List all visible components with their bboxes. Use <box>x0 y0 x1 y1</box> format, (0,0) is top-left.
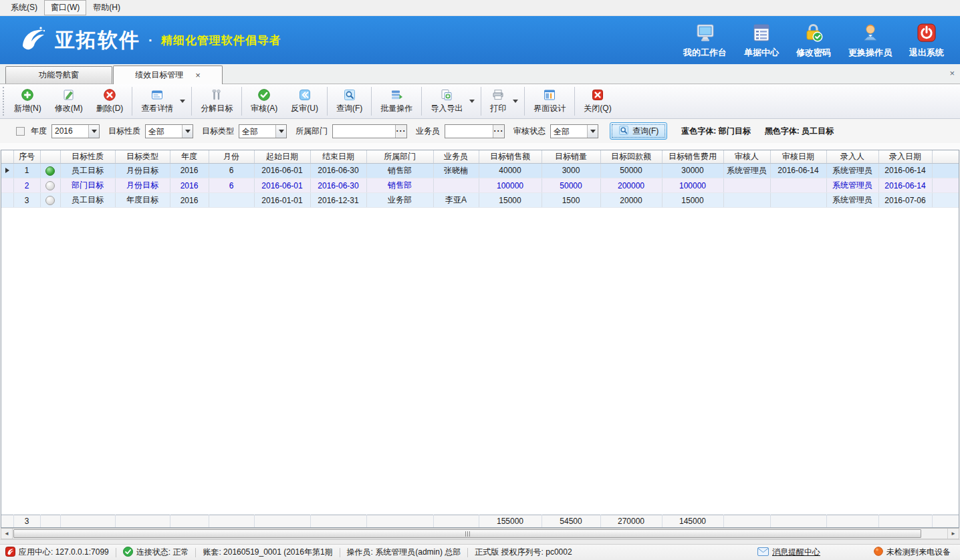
batch-operation-button[interactable]: 批量操作 <box>374 84 419 118</box>
ellipsis-lookup-icon[interactable]: ··· <box>493 125 504 138</box>
column-header-start[interactable]: 起始日期 <box>254 150 310 163</box>
batch-operation-icon <box>390 88 403 102</box>
brand-separator: · <box>148 33 153 48</box>
change-password-button[interactable]: 修改密码 <box>796 22 831 59</box>
close-button[interactable]: 关闭(Q) <box>577 84 618 118</box>
audit-status-label: 审核状态 <box>513 126 546 137</box>
tabstrip-close-icon[interactable]: × <box>949 68 955 78</box>
chevron-down-icon[interactable] <box>513 100 518 103</box>
print-icon <box>491 88 505 102</box>
dept-input[interactable]: ··· <box>332 124 407 138</box>
tab-close-icon[interactable]: × <box>195 71 201 80</box>
switch-operator-button[interactable]: 更换操作员 <box>848 22 892 59</box>
type-select[interactable]: 全部 <box>239 124 287 138</box>
switch-operator-user-icon <box>860 22 881 45</box>
toolbar-separator <box>574 87 575 116</box>
nature-select[interactable]: 全部 <box>145 124 193 138</box>
decompose-target-icon <box>210 88 223 102</box>
toolbar-separator <box>132 87 132 116</box>
chevron-down-icon[interactable] <box>180 100 185 103</box>
grid-summary-row: 315500054500270000145000 <box>1 515 959 528</box>
scrollbar-thumb[interactable] <box>13 529 921 538</box>
salesman-label: 业务员 <box>416 126 440 137</box>
orange-dot-icon <box>874 547 883 558</box>
delete-button[interactable]: 删除(D) <box>90 84 130 118</box>
column-header-nature[interactable]: 目标性质 <box>60 150 115 163</box>
menu-system[interactable]: 系统(S) <box>4 0 44 15</box>
legend-emp-target: 黑色字体: 员工目标 <box>765 126 834 137</box>
column-header-marker[interactable] <box>1 150 13 163</box>
column-header-auditor[interactable]: 审核人 <box>723 150 770 163</box>
toolbar-separator <box>481 87 481 116</box>
scroll-left-arrow-icon[interactable]: ◄ <box>1 529 13 539</box>
column-header-status[interactable] <box>40 150 60 163</box>
print-button[interactable]: 打印 <box>483 86 513 116</box>
close-icon <box>591 88 604 102</box>
column-header-audit_date[interactable]: 审核日期 <box>770 150 826 163</box>
exit-power-icon <box>916 22 937 45</box>
status-circle-icon <box>45 181 55 190</box>
grid-header: 序号目标性质目标类型年度月份起始日期结束日期所属部门业务员目标销售额目标销量目标… <box>1 150 959 164</box>
tab-function-nav[interactable]: 功能导航窗 <box>5 66 112 84</box>
menu-help[interactable]: 帮助(H) <box>86 0 127 15</box>
column-header-creator[interactable]: 录入人 <box>826 150 878 163</box>
query-button[interactable]: 查询(F) <box>330 84 369 118</box>
chevron-down-icon[interactable] <box>275 125 286 138</box>
import-export-button[interactable]: 导入导出 <box>424 86 469 116</box>
column-header-dept[interactable]: 所属部门 <box>366 150 433 163</box>
column-header-create_date[interactable]: 录入日期 <box>878 150 932 163</box>
ellipsis-lookup-icon[interactable]: ··· <box>395 125 406 138</box>
unaudit-button[interactable]: 反审(U) <box>284 84 325 118</box>
message-center-link[interactable]: 消息提醒中心 <box>757 547 820 558</box>
table-row[interactable]: 2部门目标月份目标201662016-06-012016-06-30销售部100… <box>1 178 959 193</box>
resize-gutter <box>0 539 960 544</box>
column-header-year[interactable]: 年度 <box>170 150 209 163</box>
column-header-type[interactable]: 目标类型 <box>115 150 170 163</box>
view-detail-button[interactable]: 查看详情 <box>134 86 180 116</box>
workbench-monitor-icon <box>695 22 716 45</box>
statusbar-separator <box>116 548 116 557</box>
document-center-icon <box>751 22 772 45</box>
ui-design-button[interactable]: 界面设计 <box>527 84 572 118</box>
table-row[interactable]: 1员工目标月份目标201662016-06-012016-06-30销售部张晓楠… <box>1 164 959 178</box>
column-header-expense[interactable]: 目标销售费用 <box>662 150 723 163</box>
column-header-end[interactable]: 结束日期 <box>310 150 366 163</box>
chevron-down-icon[interactable] <box>587 125 598 138</box>
unaudit-icon <box>298 88 312 102</box>
salesman-input[interactable]: ··· <box>445 124 505 138</box>
toolbar-separator <box>327 87 328 116</box>
brand-name: 亚拓软件 <box>55 27 140 54</box>
edit-button[interactable]: 修改(M) <box>48 84 90 118</box>
horizontal-scrollbar[interactable]: ◄ ► <box>1 528 959 539</box>
column-header-payback[interactable]: 目标回款额 <box>600 150 662 163</box>
table-row[interactable]: 3员工目标年度目标20162016-01-012016-12-31业务部李亚A1… <box>1 193 959 208</box>
chevron-down-icon[interactable] <box>182 125 193 138</box>
column-header-qty[interactable]: 目标销量 <box>542 150 600 163</box>
column-header-salesman[interactable]: 业务员 <box>433 150 479 163</box>
column-header-filler[interactable] <box>932 150 959 163</box>
scroll-right-arrow-icon[interactable]: ► <box>947 529 959 539</box>
column-header-sales[interactable]: 目标销售额 <box>479 150 542 163</box>
document-center-button[interactable]: 单据中心 <box>744 22 779 59</box>
exit-system-button[interactable]: 退出系统 <box>909 22 944 59</box>
dept-label: 所属部门 <box>295 126 328 137</box>
app-center-status: 应用中心: 127.0.0.1:7099 <box>5 547 109 559</box>
statusbar-separator <box>467 548 468 557</box>
decompose-target-button[interactable]: 分解目标 <box>194 84 239 118</box>
scrollbar-track[interactable] <box>13 529 947 539</box>
menu-window[interactable]: 窗口(W) <box>44 0 86 15</box>
filter-bar: 年度 2016 目标性质 全部 目标类型 全部 所属部门 ··· 业务员 ···… <box>0 119 960 143</box>
year-checkbox[interactable] <box>16 127 25 136</box>
filter-query-button[interactable]: 查询(F) <box>610 122 667 140</box>
toolbar-grip[interactable] <box>3 87 6 116</box>
column-header-month[interactable]: 月份 <box>209 150 254 163</box>
year-select[interactable]: 2016 <box>51 124 100 138</box>
audit-status-select[interactable]: 全部 <box>550 124 598 138</box>
chevron-down-icon[interactable] <box>88 125 99 138</box>
tab-performance-target[interactable]: 绩效目标管理 × <box>113 65 223 84</box>
add-button[interactable]: 新增(N) <box>7 84 48 118</box>
workbench-button[interactable]: 我的工作台 <box>683 22 727 59</box>
column-header-seq[interactable]: 序号 <box>13 150 40 163</box>
audit-button[interactable]: 审核(A) <box>244 84 284 118</box>
chevron-down-icon[interactable] <box>469 100 475 103</box>
